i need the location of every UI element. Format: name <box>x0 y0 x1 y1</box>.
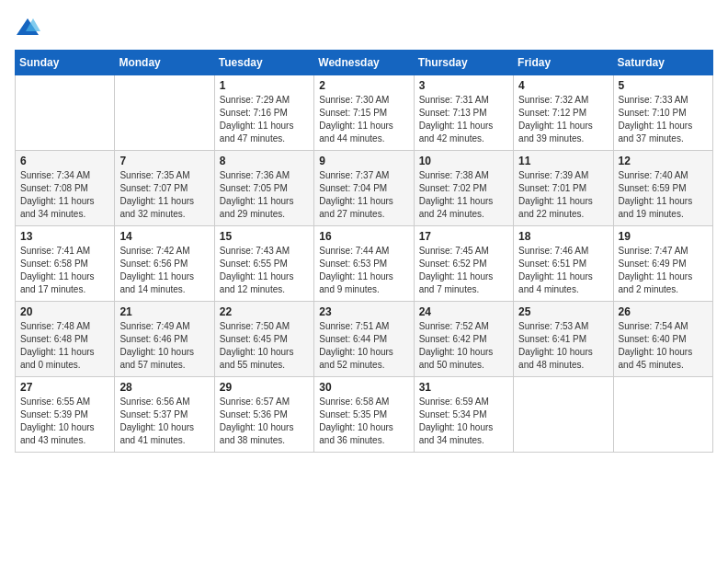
day-number: 1 <box>220 79 309 92</box>
col-header-saturday: Saturday <box>613 51 712 75</box>
day-info: Sunrise: 7:39 AM Sunset: 7:01 PM Dayligh… <box>518 169 608 221</box>
calendar-cell: 1Sunrise: 7:29 AM Sunset: 7:16 PM Daylig… <box>214 75 313 151</box>
calendar-cell: 15Sunrise: 7:43 AM Sunset: 6:55 PM Dayli… <box>214 226 313 302</box>
day-number: 28 <box>119 381 209 394</box>
day-info: Sunrise: 7:31 AM Sunset: 7:13 PM Dayligh… <box>419 94 508 145</box>
day-number: 13 <box>20 230 109 243</box>
day-number: 24 <box>419 305 508 318</box>
calendar-table: SundayMondayTuesdayWednesdayThursdayFrid… <box>15 50 713 453</box>
calendar-cell: 11Sunrise: 7:39 AM Sunset: 7:01 PM Dayli… <box>514 151 613 226</box>
calendar-cell: 4Sunrise: 7:32 AM Sunset: 7:12 PM Daylig… <box>514 75 613 151</box>
day-info: Sunrise: 7:38 AM Sunset: 7:02 PM Dayligh… <box>419 169 508 221</box>
calendar-cell: 8Sunrise: 7:36 AM Sunset: 7:05 PM Daylig… <box>214 151 313 226</box>
day-number: 5 <box>619 79 708 92</box>
day-info: Sunrise: 7:32 AM Sunset: 7:12 PM Dayligh… <box>518 94 608 145</box>
calendar-cell <box>16 75 115 151</box>
calendar-cell: 19Sunrise: 7:47 AM Sunset: 6:49 PM Dayli… <box>613 226 712 302</box>
day-number: 16 <box>319 230 408 243</box>
day-info: Sunrise: 7:41 AM Sunset: 6:58 PM Dayligh… <box>20 245 109 296</box>
header-row <box>15 15 713 40</box>
day-number: 11 <box>518 155 608 167</box>
day-number: 10 <box>419 155 508 167</box>
day-number: 29 <box>220 381 309 394</box>
day-number: 26 <box>619 305 708 318</box>
calendar-cell: 28Sunrise: 6:56 AM Sunset: 5:37 PM Dayli… <box>115 377 214 453</box>
calendar-week-row: 13Sunrise: 7:41 AM Sunset: 6:58 PM Dayli… <box>16 226 713 302</box>
day-info: Sunrise: 7:33 AM Sunset: 7:10 PM Dayligh… <box>619 94 708 145</box>
calendar-cell: 26Sunrise: 7:54 AM Sunset: 6:40 PM Dayli… <box>613 302 712 377</box>
calendar-cell: 31Sunrise: 6:59 AM Sunset: 5:34 PM Dayli… <box>414 377 513 453</box>
calendar-cell: 24Sunrise: 7:52 AM Sunset: 6:42 PM Dayli… <box>414 302 513 377</box>
day-number: 22 <box>220 305 309 318</box>
day-number: 27 <box>20 381 109 394</box>
day-info: Sunrise: 7:48 AM Sunset: 6:48 PM Dayligh… <box>20 320 109 372</box>
calendar-week-row: 20Sunrise: 7:48 AM Sunset: 6:48 PM Dayli… <box>16 302 713 377</box>
day-number: 3 <box>419 79 508 92</box>
calendar-cell: 27Sunrise: 6:55 AM Sunset: 5:39 PM Dayli… <box>16 377 115 453</box>
day-info: Sunrise: 7:36 AM Sunset: 7:05 PM Dayligh… <box>220 169 309 221</box>
day-number: 15 <box>220 230 309 243</box>
calendar-cell <box>613 377 712 453</box>
calendar-cell: 23Sunrise: 7:51 AM Sunset: 6:44 PM Dayli… <box>314 302 414 377</box>
calendar-cell: 3Sunrise: 7:31 AM Sunset: 7:13 PM Daylig… <box>414 75 513 151</box>
calendar-cell: 6Sunrise: 7:34 AM Sunset: 7:08 PM Daylig… <box>16 151 115 226</box>
col-header-wednesday: Wednesday <box>314 51 414 75</box>
day-info: Sunrise: 7:42 AM Sunset: 6:56 PM Dayligh… <box>119 245 209 296</box>
day-number: 20 <box>20 305 109 318</box>
calendar-cell: 22Sunrise: 7:50 AM Sunset: 6:45 PM Dayli… <box>214 302 313 377</box>
day-number: 25 <box>518 305 608 318</box>
day-number: 30 <box>319 381 408 394</box>
calendar-cell: 30Sunrise: 6:58 AM Sunset: 5:35 PM Dayli… <box>314 377 414 453</box>
calendar-cell: 10Sunrise: 7:38 AM Sunset: 7:02 PM Dayli… <box>414 151 513 226</box>
day-info: Sunrise: 7:47 AM Sunset: 6:49 PM Dayligh… <box>619 245 708 296</box>
calendar-cell: 2Sunrise: 7:30 AM Sunset: 7:15 PM Daylig… <box>314 75 414 151</box>
calendar-week-row: 1Sunrise: 7:29 AM Sunset: 7:16 PM Daylig… <box>16 75 713 151</box>
col-header-thursday: Thursday <box>414 51 513 75</box>
calendar-cell: 16Sunrise: 7:44 AM Sunset: 6:53 PM Dayli… <box>314 226 414 302</box>
calendar-header-row: SundayMondayTuesdayWednesdayThursdayFrid… <box>16 51 713 75</box>
day-number: 23 <box>319 305 408 318</box>
day-info: Sunrise: 7:45 AM Sunset: 6:52 PM Dayligh… <box>419 245 508 296</box>
calendar-cell: 13Sunrise: 7:41 AM Sunset: 6:58 PM Dayli… <box>16 226 115 302</box>
day-number: 9 <box>319 155 408 167</box>
day-info: Sunrise: 6:57 AM Sunset: 5:36 PM Dayligh… <box>220 396 309 447</box>
logo-icon <box>15 15 40 40</box>
day-info: Sunrise: 7:50 AM Sunset: 6:45 PM Dayligh… <box>220 320 309 372</box>
col-header-tuesday: Tuesday <box>214 51 313 75</box>
day-number: 14 <box>119 230 209 243</box>
day-number: 2 <box>319 79 408 92</box>
day-number: 18 <box>518 230 608 243</box>
day-number: 4 <box>518 79 608 92</box>
calendar-cell: 25Sunrise: 7:53 AM Sunset: 6:41 PM Dayli… <box>514 302 613 377</box>
day-info: Sunrise: 7:37 AM Sunset: 7:04 PM Dayligh… <box>319 169 408 221</box>
calendar-cell: 17Sunrise: 7:45 AM Sunset: 6:52 PM Dayli… <box>414 226 513 302</box>
day-info: Sunrise: 7:43 AM Sunset: 6:55 PM Dayligh… <box>220 245 309 296</box>
day-info: Sunrise: 7:49 AM Sunset: 6:46 PM Dayligh… <box>119 320 209 372</box>
day-info: Sunrise: 7:40 AM Sunset: 6:59 PM Dayligh… <box>619 169 708 221</box>
day-info: Sunrise: 7:54 AM Sunset: 6:40 PM Dayligh… <box>619 320 708 372</box>
day-number: 12 <box>619 155 708 167</box>
calendar-week-row: 27Sunrise: 6:55 AM Sunset: 5:39 PM Dayli… <box>16 377 713 453</box>
logo <box>15 15 44 40</box>
day-number: 19 <box>619 230 708 243</box>
calendar-cell: 29Sunrise: 6:57 AM Sunset: 5:36 PM Dayli… <box>214 377 313 453</box>
day-info: Sunrise: 7:51 AM Sunset: 6:44 PM Dayligh… <box>319 320 408 372</box>
day-number: 31 <box>419 381 508 394</box>
day-info: Sunrise: 6:55 AM Sunset: 5:39 PM Dayligh… <box>20 396 109 447</box>
calendar-cell: 20Sunrise: 7:48 AM Sunset: 6:48 PM Dayli… <box>16 302 115 377</box>
col-header-monday: Monday <box>115 51 214 75</box>
calendar-cell <box>115 75 214 151</box>
calendar-cell: 18Sunrise: 7:46 AM Sunset: 6:51 PM Dayli… <box>514 226 613 302</box>
day-info: Sunrise: 7:34 AM Sunset: 7:08 PM Dayligh… <box>20 169 109 221</box>
calendar-cell: 12Sunrise: 7:40 AM Sunset: 6:59 PM Dayli… <box>613 151 712 226</box>
calendar-container: SundayMondayTuesdayWednesdayThursdayFrid… <box>0 0 728 462</box>
day-info: Sunrise: 6:59 AM Sunset: 5:34 PM Dayligh… <box>419 396 508 447</box>
day-info: Sunrise: 7:53 AM Sunset: 6:41 PM Dayligh… <box>518 320 608 372</box>
calendar-week-row: 6Sunrise: 7:34 AM Sunset: 7:08 PM Daylig… <box>16 151 713 226</box>
day-number: 8 <box>220 155 309 167</box>
calendar-cell <box>514 377 613 453</box>
col-header-friday: Friday <box>514 51 613 75</box>
day-number: 17 <box>419 230 508 243</box>
calendar-cell: 5Sunrise: 7:33 AM Sunset: 7:10 PM Daylig… <box>613 75 712 151</box>
calendar-cell: 14Sunrise: 7:42 AM Sunset: 6:56 PM Dayli… <box>115 226 214 302</box>
